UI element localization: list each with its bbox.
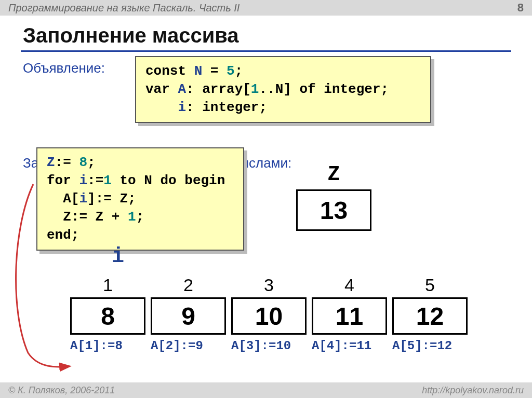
z-variable: Z 13 xyxy=(296,163,371,231)
assignment-text: A[4]:=11 xyxy=(312,339,392,353)
array-cell: 12 xyxy=(392,297,468,335)
array-assignments: A[1]:=8 A[2]:=9 A[3]:=10 A[4]:=11 A[5]:=… xyxy=(70,339,473,353)
code-fill-loop: Z:= 8; for i:=1 to N do begin A[i]:= Z; … xyxy=(36,147,244,251)
array-index: 2 xyxy=(151,275,226,297)
slide-title: Заполнение массива xyxy=(21,22,511,52)
code-declaration: const N = 5; var A: array[1..N] of integ… xyxy=(135,56,431,123)
page-number: 8 xyxy=(517,1,524,15)
footer-copyright: © К. Поляков, 2006-2011 xyxy=(8,385,115,396)
header-bar: Программирование на языке Паскаль. Часть… xyxy=(0,0,532,16)
array-indices: 1 2 3 4 5 xyxy=(70,275,473,297)
footer-url: http://kpolyakov.narod.ru xyxy=(422,385,524,396)
i-label: i xyxy=(112,245,124,268)
assignment-text: A[5]:=12 xyxy=(392,339,473,353)
array-index: 1 xyxy=(70,275,145,297)
array-diagram: 1 2 3 4 5 8 9 10 11 12 A[1]:=8 A[2]:=9 A… xyxy=(70,275,473,353)
assignment-text: A[1]:=8 xyxy=(70,339,151,353)
header-title: Программирование на языке Паскаль. Часть… xyxy=(8,2,240,14)
z-value-box: 13 xyxy=(296,189,371,231)
array-index: 3 xyxy=(231,275,307,297)
array-cell: 10 xyxy=(231,297,307,335)
array-cell: 11 xyxy=(312,297,387,335)
array-cell: 8 xyxy=(70,297,145,335)
array-index: 4 xyxy=(312,275,387,297)
array-cell: 9 xyxy=(151,297,226,335)
array-cells: 8 9 10 11 12 xyxy=(70,297,473,335)
assignment-text: A[3]:=10 xyxy=(231,339,312,353)
assignment-text: A[2]:=9 xyxy=(151,339,231,353)
array-index: 5 xyxy=(392,275,468,297)
footer-bar: © К. Поляков, 2006-2011 http://kpolyakov… xyxy=(0,382,532,398)
z-label: Z xyxy=(296,163,371,186)
